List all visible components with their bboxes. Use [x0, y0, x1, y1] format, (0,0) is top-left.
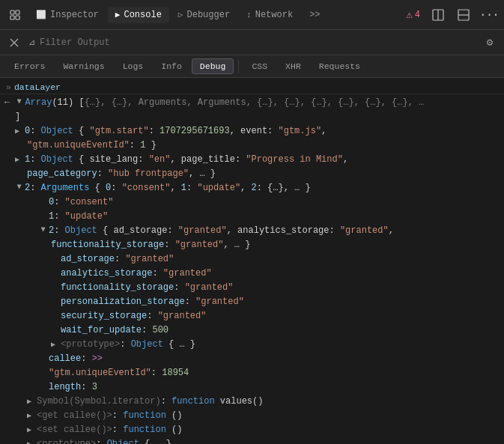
console-line-get-callee[interactable]: ▶ <get callee()>: function () — [0, 409, 504, 423]
console-line-2-2[interactable]: ▶ 2: Object { ad_storage: "granted", ana… — [0, 224, 504, 238]
console-line-1b: page_category: "hub frontpage", … } — [0, 167, 504, 181]
array-preview: {…}, {…}, Arguments, Arguments, {…}, {…}… — [85, 97, 425, 109]
error-badge[interactable]: ⚠ 4 — [401, 7, 425, 22]
tab-debugger-label: Debugger — [186, 10, 230, 20]
expand-2-icon[interactable]: ▶ — [13, 185, 25, 192]
clear-output-btn[interactable] — [4, 33, 24, 52]
console-line-2[interactable]: ▶ 2: Arguments { 0: "consent", 1: "updat… — [0, 181, 504, 195]
expand-2-2-icon[interactable]: ▶ — [37, 228, 49, 235]
tab-more-label: >> — [309, 10, 320, 20]
sub-tab-info-label: Info — [161, 61, 182, 71]
inspector-icon: ⬜ — [36, 10, 46, 19]
expand-prototype-2-icon[interactable]: ▶ — [27, 438, 34, 444]
sub-tab-requests-label: Requests — [319, 61, 360, 71]
console-line-wait-for-update: wait_for_update: 500 — [0, 323, 504, 338]
array-keyword: Array — [25, 97, 52, 109]
expand-prototype-1-icon[interactable]: ▶ — [51, 338, 58, 351]
layout-icon-btn[interactable] — [426, 3, 450, 27]
ellipsis-icon: ··· — [479, 8, 499, 22]
console-line-prototype-2[interactable]: ▶ <prototype>: Object { … } — [0, 437, 504, 444]
console-line-gtm-unique: "gtm.uniqueEventId": 18954 — [0, 366, 504, 380]
filter-input[interactable] — [40, 37, 476, 48]
console-line-personalization-storage: personalization_storage: "granted" — [0, 295, 504, 309]
tab-debugger[interactable]: ▷ Debugger — [171, 7, 237, 23]
sub-tab-errors[interactable]: Errors — [6, 58, 53, 74]
expand-1-icon[interactable]: ▶ — [15, 153, 22, 166]
sub-tab-warnings[interactable]: Warnings — [55, 58, 112, 74]
sub-tab-css-label: CSS — [252, 61, 267, 71]
console-line-1[interactable]: ▶ 1: Object { site_lang: "en", page_titl… — [0, 153, 504, 167]
more-options-btn[interactable]: ··· — [477, 3, 501, 27]
svg-rect-3 — [16, 16, 19, 19]
console-line-0b: "gtm.uniqueEventId": 1 } — [0, 139, 504, 153]
error-count: 4 — [415, 10, 420, 20]
console-line-security-storage: security_storage: "granted" — [0, 309, 504, 323]
console-area[interactable]: » dataLayer ← ▶ Array(11) [{…}, {…}, Arg… — [0, 78, 504, 444]
console-content: ← ▶ Array(11) [{…}, {…}, Arguments, Argu… — [0, 94, 504, 444]
breadcrumb-bar: » dataLayer — [0, 81, 504, 94]
sub-tab-debug-label: Debug — [200, 61, 226, 71]
network-icon: ↕ — [246, 10, 252, 19]
toolbar: ⬜ Inspector ▶ Console ▷ Debugger ↕ Netwo… — [0, 0, 504, 30]
sub-tab-logs-label: Logs — [123, 61, 144, 71]
error-icon: ⚠ — [406, 8, 412, 21]
tab-inspector[interactable]: ⬜ Inspector — [28, 7, 106, 23]
tab-network[interactable]: ↕ Network — [239, 7, 300, 23]
svg-rect-0 — [10, 10, 14, 14]
expand-0-icon[interactable]: ▶ — [15, 125, 22, 138]
console-line-0[interactable]: ▶ 0: Object { "gtm.start": 1707295671693… — [0, 124, 504, 139]
filter-icon: ⊿ — [28, 37, 35, 47]
sub-tab-debug[interactable]: Debug — [192, 58, 234, 74]
console-line-analytics-storage: analytics_storage: "granted" — [0, 267, 504, 281]
array-length: (11) [ — [52, 97, 84, 109]
console-line-2-0: 0: "consent" — [0, 195, 504, 210]
tab-console-label: Console — [124, 10, 161, 20]
console-line-length: length: 3 — [0, 380, 504, 395]
console-line-2-2b: functionality_storage: "granted", … } — [0, 238, 504, 252]
filter-bar: ⊿ ⚙ — [0, 30, 504, 55]
sub-tab-errors-label: Errors — [14, 61, 45, 71]
console-line-ad-storage: ad_storage: "granted" — [0, 252, 504, 267]
console-line-close-bracket: ] — [0, 110, 504, 124]
expand-array-icon[interactable]: ▶ — [13, 100, 25, 107]
svg-rect-2 — [10, 16, 14, 19]
sub-tab-css[interactable]: CSS — [243, 58, 276, 74]
breadcrumb-chevron-icon: » — [6, 82, 11, 92]
console-line-callee: callee: >> — [0, 352, 504, 366]
console-line-symbol-iterator[interactable]: ▶ Symbol(Symbol.iterator): function valu… — [0, 395, 504, 409]
tab-inspector-label: Inspector — [50, 10, 99, 20]
tab-network-label: Network — [255, 10, 293, 20]
console-line-2-1: 1: "update" — [0, 210, 504, 224]
svg-rect-1 — [16, 10, 19, 14]
expand-set-callee-icon[interactable]: ▶ — [27, 424, 34, 437]
sub-tab-warnings-label: Warnings — [63, 61, 104, 71]
console-line-functionality-storage: functionality_storage: "granted" — [0, 281, 504, 295]
devtools-icon-btn[interactable] — [3, 3, 27, 27]
split-icon-btn[interactable] — [452, 3, 476, 27]
debugger-icon: ▷ — [178, 10, 183, 19]
sub-tab-xhr[interactable]: XHR — [277, 58, 309, 74]
tab-more[interactable]: >> — [302, 7, 327, 23]
sub-tab-info[interactable]: Info — [153, 58, 190, 74]
tab-console[interactable]: ▶ Console — [108, 7, 169, 23]
sub-tab-logs[interactable]: Logs — [115, 58, 152, 74]
expand-get-callee-icon[interactable]: ▶ — [27, 410, 34, 422]
settings-icon: ⚙ — [487, 36, 493, 49]
console-line-array[interactable]: ← ▶ Array(11) [{…}, {…}, Arguments, Argu… — [0, 96, 504, 110]
sub-tab-requests[interactable]: Requests — [311, 58, 368, 74]
console-line-set-callee[interactable]: ▶ <set callee()>: function () — [0, 423, 504, 437]
sub-tab-xhr-label: XHR — [285, 61, 301, 71]
filter-settings-btn[interactable]: ⚙ — [480, 33, 500, 52]
expand-symbol-icon[interactable]: ▶ — [27, 395, 34, 408]
console-icon: ▶ — [115, 10, 121, 19]
sub-tabs-divider — [238, 60, 239, 73]
sub-tabs: Errors Warnings Logs Info Debug CSS XHR … — [0, 55, 504, 78]
console-line-prototype-1[interactable]: ▶ <prototype>: Object { … } — [0, 338, 504, 352]
breadcrumb-label: dataLayer — [14, 82, 61, 92]
